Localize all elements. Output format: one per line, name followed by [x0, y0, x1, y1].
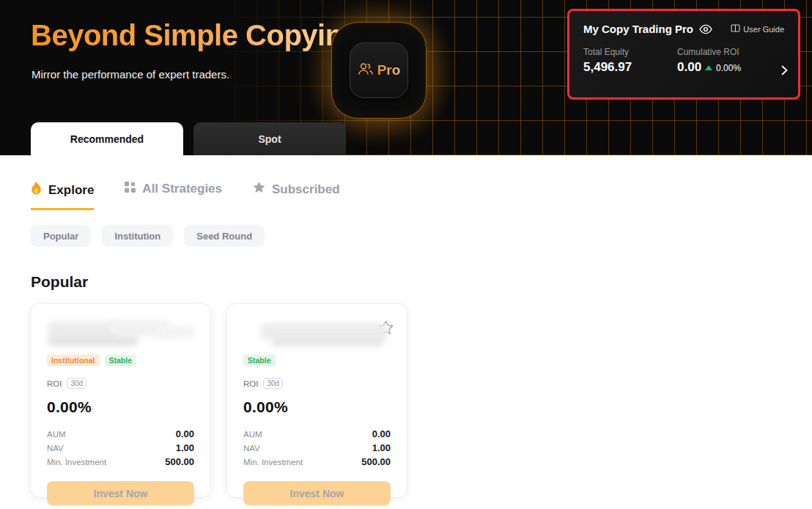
- stat-label: Min. Investment: [47, 458, 106, 467]
- stat-value: 500.00: [165, 456, 194, 467]
- strategy-card[interactable]: Stable ROI 30d 0.00% AUM 0.00 NAV 1.00 M…: [227, 304, 407, 497]
- roi-label: ROI: [47, 379, 62, 388]
- stat-value: 1.00: [372, 442, 391, 453]
- section-title: Popular: [31, 273, 781, 291]
- flame-icon: [31, 182, 42, 198]
- tab-subscribed-label: Subscribed: [272, 182, 340, 197]
- user-guide-link[interactable]: User Guide: [731, 24, 784, 34]
- tag-stable: Stable: [243, 354, 276, 366]
- roi-period-badge: 30d: [67, 378, 86, 389]
- tab-all-strategies[interactable]: All Strategies: [125, 182, 222, 208]
- tag-stable: Stable: [105, 354, 137, 366]
- stat-value: 1.00: [176, 442, 194, 453]
- roi-up-icon: [705, 65, 712, 70]
- tab-recommended[interactable]: Recommended: [31, 122, 183, 155]
- total-equity-label: Total Equity: [583, 47, 677, 57]
- star-icon: [253, 182, 265, 197]
- stat-row-min-investment: Min. Investment 500.00: [243, 455, 391, 469]
- filter-institution[interactable]: Institution: [102, 225, 173, 247]
- strategy-card[interactable]: Institutional Stable ROI 30d 0.00% AUM 0…: [31, 304, 210, 497]
- cumulative-roi-label: Cumulative ROI: [677, 47, 741, 57]
- page-title: Beyond Simple Copying: [31, 19, 361, 52]
- stat-row-aum: AUM 0.00: [47, 427, 194, 441]
- cumulative-roi-pct: 0.00%: [716, 63, 741, 73]
- filter-chips: Popular Institution Seed Round: [31, 225, 781, 247]
- roi-label: ROI: [243, 379, 258, 388]
- stat-label: Min. Investment: [243, 458, 303, 467]
- user-guide-label: User Guide: [743, 25, 784, 34]
- roi-value: 0.00%: [243, 398, 391, 416]
- stats-list: AUM 0.00 NAV 1.00 Min. Investment 500.00: [243, 427, 391, 469]
- pro-badge: Pro: [331, 22, 427, 119]
- mode-tabs: Recommended Spot: [31, 122, 346, 155]
- stat-row-nav: NAV 1.00: [47, 441, 194, 455]
- stat-value: 0.00: [176, 428, 194, 439]
- redacted-strategy-name: [243, 320, 391, 352]
- main-content: Explore All Strategies Subscribed: [0, 155, 812, 497]
- strategy-cards: Institutional Stable ROI 30d 0.00% AUM 0…: [31, 304, 781, 497]
- eye-icon[interactable]: [699, 24, 712, 34]
- tab-explore[interactable]: Explore: [31, 182, 94, 210]
- tab-explore-label: Explore: [48, 183, 94, 198]
- chevron-right-icon[interactable]: [781, 65, 788, 78]
- invest-now-button[interactable]: Invest Now: [47, 481, 194, 505]
- tab-subscribed[interactable]: Subscribed: [253, 182, 340, 209]
- strategy-nav-tabs: Explore All Strategies Subscribed: [31, 182, 781, 210]
- stat-label: NAV: [243, 444, 260, 453]
- stat-label: NAV: [47, 444, 64, 453]
- book-icon: [731, 24, 740, 34]
- tag-institutional: Institutional: [47, 354, 100, 366]
- tag-row: Institutional Stable: [47, 354, 194, 366]
- pro-badge-label: Pro: [377, 62, 401, 78]
- tag-row: Stable: [243, 354, 391, 366]
- people-icon: [358, 62, 374, 79]
- stats-list: AUM 0.00 NAV 1.00 Min. Investment 500.00: [47, 427, 194, 469]
- roi-period-badge: 30d: [263, 378, 283, 389]
- page-subtitle: Mirror the performance of expert traders…: [32, 68, 229, 81]
- stat-value: 500.00: [361, 456, 391, 467]
- stat-value: 0.00: [372, 428, 391, 439]
- cumulative-roi-value: 0.00: [677, 60, 701, 75]
- total-equity-value: 5,496.97: [583, 60, 677, 75]
- roi-value: 0.00%: [47, 398, 194, 416]
- stat-row-aum: AUM 0.00: [243, 427, 391, 441]
- stat-label: AUM: [47, 430, 66, 439]
- tab-spot[interactable]: Spot: [193, 122, 346, 155]
- equity-panel-title: My Copy Trading Pro: [583, 23, 693, 35]
- hero-banner: Beyond Simple Copying Mirror the perform…: [0, 0, 812, 155]
- stat-label: AUM: [243, 430, 262, 439]
- filter-seed-round[interactable]: Seed Round: [184, 225, 265, 247]
- grid-icon: [125, 182, 136, 196]
- equity-panel[interactable]: My Copy Trading Pro User Guide To: [567, 9, 800, 100]
- tab-all-strategies-label: All Strategies: [142, 182, 222, 196]
- stat-row-nav: NAV 1.00: [243, 441, 391, 455]
- filter-popular[interactable]: Popular: [31, 225, 91, 247]
- pro-badge-inner: Pro: [350, 42, 408, 98]
- invest-now-button[interactable]: Invest Now: [243, 481, 391, 505]
- redacted-strategy-name: [47, 320, 194, 352]
- stat-row-min-investment: Min. Investment 500.00: [47, 455, 194, 469]
